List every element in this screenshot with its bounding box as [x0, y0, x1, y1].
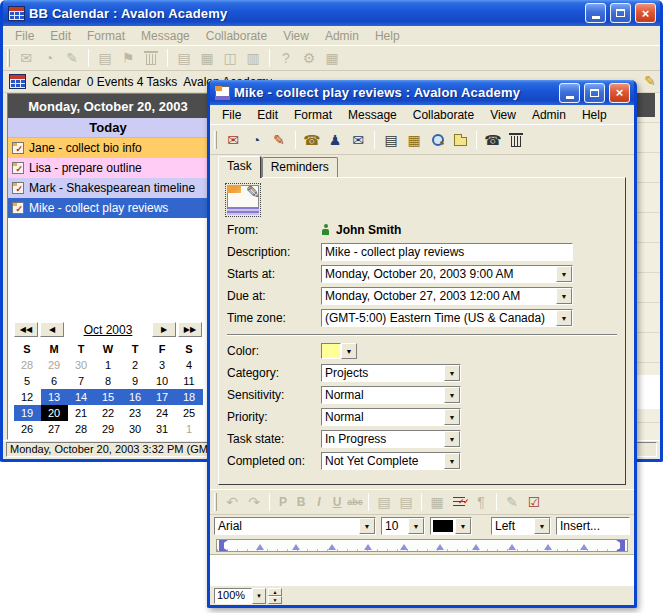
- insert-select[interactable]: Insert...: [556, 517, 630, 535]
- new-event-icon[interactable]: [222, 130, 244, 150]
- day-cell[interactable]: 1: [176, 421, 203, 437]
- chevron-down-icon[interactable]: [444, 365, 460, 381]
- zoom-select[interactable]: 100%: [214, 588, 266, 604]
- day-cell[interactable]: 30: [68, 357, 95, 373]
- day-cell[interactable]: 3: [149, 357, 176, 373]
- tab-stop[interactable]: [328, 544, 336, 550]
- tab-stop[interactable]: [508, 544, 516, 550]
- mail-icon[interactable]: [347, 130, 369, 150]
- day-cell-selected[interactable]: 13: [41, 389, 68, 405]
- month-view-icon[interactable]: [196, 48, 218, 68]
- menu-edit[interactable]: Edit: [249, 106, 286, 124]
- close-button[interactable]: ×: [635, 3, 656, 23]
- new-message-icon[interactable]: [94, 48, 116, 68]
- category-select[interactable]: Projects: [321, 364, 461, 382]
- underline-icon[interactable]: U: [328, 495, 346, 509]
- day-cell[interactable]: 9: [122, 373, 149, 389]
- paragraph-icon[interactable]: P: [274, 495, 292, 509]
- timezone-select[interactable]: (GMT-5:00) Eastern Time (US & Canada): [321, 309, 573, 327]
- day-cell[interactable]: 8: [95, 373, 122, 389]
- priority-select[interactable]: Normal: [321, 408, 461, 426]
- day-cell[interactable]: 25: [176, 405, 203, 421]
- align-select[interactable]: Left: [491, 517, 551, 535]
- menu-view[interactable]: View: [482, 106, 524, 124]
- next-month-button[interactable]: ▶: [152, 322, 176, 337]
- message-body-textarea[interactable]: [210, 554, 634, 585]
- tab-stop[interactable]: [256, 544, 264, 550]
- chevron-down-icon[interactable]: [359, 518, 375, 534]
- tab-task[interactable]: Task: [218, 156, 261, 178]
- color-select[interactable]: [321, 343, 357, 359]
- completed-on-select[interactable]: Not Yet Complete: [321, 452, 461, 470]
- task-row-lisa[interactable]: Lisa - prepare outline: [8, 158, 208, 178]
- outdent-icon[interactable]: [373, 492, 395, 512]
- chevron-down-icon[interactable]: [556, 310, 572, 326]
- dialog-minimize-button[interactable]: [559, 83, 580, 103]
- day-cell-selected[interactable]: 16: [122, 389, 149, 405]
- print-icon[interactable]: [403, 130, 425, 150]
- contact-icon[interactable]: [324, 130, 346, 150]
- bold-icon[interactable]: B: [292, 495, 310, 509]
- starts-at-select[interactable]: Monday, October 20, 2003 9:00 AM: [321, 265, 573, 283]
- right-margin-marker[interactable]: [616, 540, 625, 551]
- folder-icon[interactable]: [449, 130, 471, 150]
- day-cell[interactable]: 28: [68, 421, 95, 437]
- add-call-icon[interactable]: [482, 130, 504, 150]
- new-task-icon[interactable]: [61, 48, 83, 68]
- tab-stop[interactable]: [544, 544, 552, 550]
- message-icon[interactable]: [380, 130, 402, 150]
- font-color-select[interactable]: [430, 517, 472, 535]
- new-event-icon[interactable]: [15, 48, 37, 68]
- send-icon[interactable]: [301, 130, 323, 150]
- chevron-down-icon[interactable]: [444, 431, 460, 447]
- new-alarm-icon[interactable]: [38, 48, 60, 68]
- menu-help[interactable]: Help: [574, 106, 615, 124]
- edit-pencil-icon[interactable]: [644, 73, 656, 89]
- day-cell[interactable]: 29: [95, 421, 122, 437]
- dialog-maximize-button[interactable]: [584, 83, 605, 103]
- day-cell[interactable]: 4: [176, 357, 203, 373]
- undo-icon[interactable]: [221, 492, 243, 512]
- day-cell-selected[interactable]: 17: [149, 389, 176, 405]
- chevron-down-icon[interactable]: [408, 518, 424, 534]
- day-cell[interactable]: 22: [95, 405, 122, 421]
- day-cell[interactable]: 21: [68, 405, 95, 421]
- day-cell[interactable]: 26: [14, 421, 41, 437]
- tab-stop[interactable]: [400, 544, 408, 550]
- task-row-jane[interactable]: Jane - collect bio info: [8, 138, 208, 158]
- description-input[interactable]: Mike - collect play reviews: [321, 243, 573, 261]
- day-cell[interactable]: 2: [122, 357, 149, 373]
- new-task-icon[interactable]: [268, 130, 290, 150]
- day-cell[interactable]: 11: [176, 373, 203, 389]
- month-label[interactable]: Oct 2003: [66, 323, 150, 337]
- day-cell[interactable]: 27: [41, 421, 68, 437]
- task-row-mike-selected[interactable]: Mike - collect play reviews: [8, 198, 208, 218]
- new-alarm-icon[interactable]: [245, 130, 267, 150]
- menu-file[interactable]: File: [7, 27, 42, 45]
- delete-icon[interactable]: [140, 48, 162, 68]
- day-cell[interactable]: 10: [149, 373, 176, 389]
- search-icon[interactable]: [426, 130, 448, 150]
- day-cell-selected[interactable]: 14: [68, 389, 95, 405]
- tab-stop[interactable]: [472, 544, 480, 550]
- chevron-down-icon[interactable]: [534, 518, 550, 534]
- ruler[interactable]: [216, 539, 628, 552]
- menu-admin[interactable]: Admin: [317, 27, 367, 45]
- day-cell[interactable]: 6: [41, 373, 68, 389]
- menu-edit[interactable]: Edit: [42, 27, 79, 45]
- help-icon[interactable]: [275, 48, 297, 68]
- next-year-button[interactable]: ▶▶: [178, 322, 202, 337]
- menu-format[interactable]: Format: [286, 106, 340, 124]
- checklist-icon[interactable]: [448, 492, 470, 512]
- chevron-down-icon[interactable]: [455, 518, 471, 534]
- dialog-close-button[interactable]: ×: [609, 83, 630, 103]
- day-cell[interactable]: 7: [68, 373, 95, 389]
- toolbar-grip[interactable]: [7, 49, 10, 67]
- day-cell[interactable]: 30: [122, 421, 149, 437]
- menu-help[interactable]: Help: [367, 27, 408, 45]
- tab-stop[interactable]: [580, 544, 588, 550]
- task-state-select[interactable]: In Progress: [321, 430, 461, 448]
- menu-message[interactable]: Message: [340, 106, 405, 124]
- day-cell[interactable]: 31: [149, 421, 176, 437]
- left-margin-marker[interactable]: [219, 540, 228, 551]
